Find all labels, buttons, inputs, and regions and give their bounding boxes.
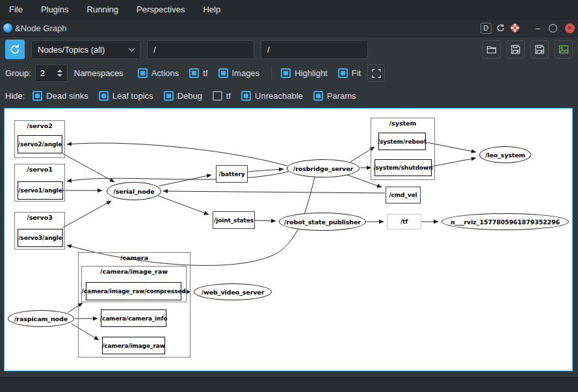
node-leo-system[interactable]: /leo_system (479, 146, 531, 163)
node-raspicam-node[interactable]: /raspicam_node (8, 310, 74, 327)
checkbox-label: Fit (352, 68, 361, 78)
node-filter-input[interactable] (261, 40, 368, 59)
checkbox-tf-group[interactable]: tf (189, 68, 207, 78)
cluster-label: /camera (79, 254, 190, 261)
menu-perspectives[interactable]: Perspectives (127, 0, 194, 19)
fit-view-icon (372, 69, 381, 78)
checkbox-indicator (281, 68, 291, 78)
checkbox-indicator (241, 91, 251, 101)
checkbox-indicator (189, 68, 199, 78)
node-robot-state-publisher[interactable]: /robot_state_publisher (279, 213, 366, 231)
close-plugin-button[interactable]: ✕ (565, 23, 575, 33)
graph-type-combo[interactable]: Nodes/Topics (all) (31, 40, 140, 59)
node-rosbridge-server[interactable]: /rosbridge_server (287, 159, 360, 177)
hide-label: Hide: (5, 91, 25, 101)
checkbox-indicator (213, 91, 222, 101)
topic-camera-image-raw-compressed[interactable]: /camera/image_raw/compressed (86, 282, 181, 300)
graph-type-combo-value: Nodes/Topics (all) (38, 45, 105, 55)
topic-battery[interactable]: /battery (216, 165, 248, 183)
topic-servo2-angle[interactable]: /servo2/angle (18, 135, 62, 153)
menu-plugins[interactable]: Plugins (32, 0, 78, 19)
checkbox-params[interactable]: Params (313, 91, 356, 101)
checkbox-label: Leaf topics (112, 91, 153, 101)
load-dot-button[interactable] (482, 40, 501, 59)
checkbox-leaf-topics[interactable]: Leaf topics (99, 91, 153, 101)
node-web-video-server[interactable]: /web_video_server (194, 283, 272, 300)
topic-system-reboot[interactable]: /system/reboot (378, 133, 426, 150)
node-serial-node[interactable]: /serial_node (107, 182, 161, 200)
checkbox-label: Debug (177, 91, 202, 101)
checkbox-indicator (218, 68, 228, 78)
checkbox-actions[interactable]: Actions (138, 68, 179, 78)
spinner-arrows-icon[interactable] (57, 70, 62, 77)
checkbox-label: Params (327, 91, 356, 101)
checkbox-label: Actions (151, 68, 179, 78)
cluster-label: /servo2 (15, 122, 64, 129)
save-as-icon (534, 44, 545, 55)
node-rviz[interactable]: n___rviz_1577805961879352296 (441, 213, 569, 230)
group-spinbox[interactable]: 2 (35, 64, 68, 82)
save-as-icon (510, 44, 521, 55)
topic-joint-states[interactable]: /joint_states (213, 211, 255, 229)
plugin-title: &Node Graph (15, 23, 67, 33)
rqt-window: File Plugins Running Perspectives Help &… (0, 0, 578, 392)
minimize-button[interactable]: – (534, 23, 542, 33)
group-label: Group: (5, 68, 31, 78)
save-svg-button[interactable] (531, 40, 549, 59)
checkbox-hide-tf[interactable]: tf (213, 91, 231, 101)
namespaces-label: Namespaces (74, 68, 124, 78)
topic-tf[interactable]: /tf (387, 214, 421, 229)
reload-icon (496, 23, 505, 33)
menu-running[interactable]: Running (78, 0, 127, 19)
cluster-label: /servo1 (15, 166, 64, 173)
cluster-label: /camera/image_raw (82, 268, 186, 275)
checkbox-indicator (33, 91, 42, 101)
cluster-label: /servo3 (15, 214, 64, 221)
graph-toolbar: Nodes/Topics (all) (0, 37, 578, 62)
checkbox-label: Images (232, 68, 260, 78)
save-dot-button[interactable] (506, 40, 525, 59)
float-button[interactable] (549, 24, 557, 33)
lifebuoy-icon (510, 23, 519, 33)
checkbox-label: tf (203, 68, 207, 78)
checkbox-unreachable[interactable]: Unreachable (241, 91, 303, 101)
topic-system-shutdown[interactable]: /system/shutdown (374, 159, 432, 176)
fit-in-view-button[interactable] (367, 64, 385, 82)
hide-row: Hide: Dead sinks Leaf topics Debug tf Un… (0, 85, 578, 107)
checkbox-indicator (138, 68, 148, 78)
checkbox-indicator (338, 68, 348, 78)
reload-plugin-button[interactable] (495, 23, 506, 34)
checkbox-fit[interactable]: Fit (338, 68, 361, 78)
checkbox-label: Unreachable (255, 91, 303, 101)
checkbox-label: Highlight (295, 68, 328, 78)
checkbox-images[interactable]: Images (218, 68, 260, 78)
open-folder-icon (486, 44, 497, 55)
menu-file[interactable]: File (0, 0, 32, 19)
separator (271, 66, 272, 81)
checkbox-debug[interactable]: Debug (164, 91, 202, 101)
options-row: Group: 2 Namespaces Actions tf Images Hi… (0, 62, 578, 85)
image-icon (558, 44, 569, 55)
save-image-button[interactable] (555, 40, 573, 59)
refresh-graph-button[interactable] (5, 40, 25, 59)
graph-canvas[interactable]: /servo2 /servo1 /servo3 /system /camera … (4, 108, 573, 371)
checkbox-highlight[interactable]: Highlight (281, 68, 328, 78)
topic-camera-image-raw[interactable]: /camera/image_raw (102, 337, 165, 354)
dock-button[interactable]: D (480, 23, 492, 34)
topic-filter-input[interactable] (147, 40, 254, 59)
checkbox-indicator (313, 91, 323, 101)
topic-cmd-vel[interactable]: /cmd_vel (386, 187, 421, 203)
help-button[interactable] (509, 23, 520, 34)
checkbox-indicator (164, 91, 174, 101)
refresh-icon (9, 44, 21, 55)
checkbox-dead-sinks[interactable]: Dead sinks (33, 91, 88, 101)
topic-servo3-angle[interactable]: /servo3/angle (18, 229, 63, 247)
topic-servo1-angle[interactable]: /servo1/angle (18, 181, 63, 200)
menu-bar: File Plugins Running Perspectives Help (0, 0, 578, 20)
topic-camera-camera-info[interactable]: /camera/camera_info (101, 309, 166, 327)
checkbox-label: Dead sinks (46, 91, 88, 101)
group-spinbox-value: 2 (40, 68, 45, 78)
menu-help[interactable]: Help (194, 0, 230, 19)
rqt-logo-icon (3, 23, 12, 33)
status-bar (0, 377, 578, 392)
